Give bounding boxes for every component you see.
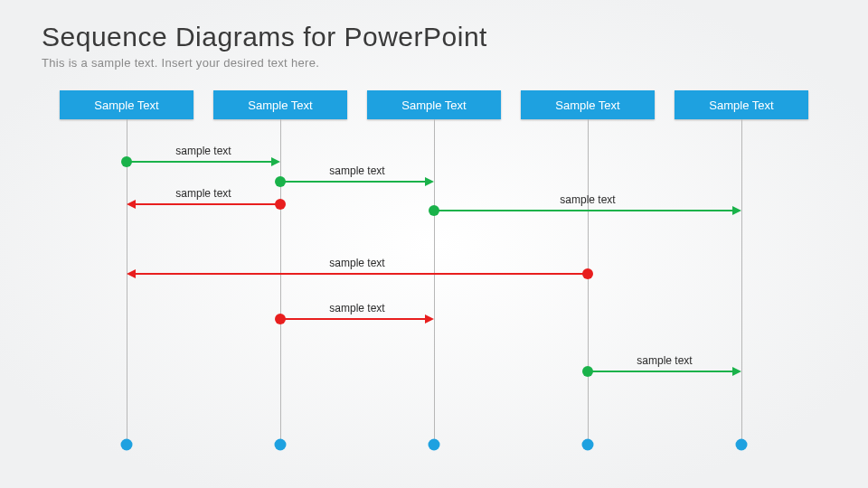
- lifeline-line-2: [434, 119, 435, 445]
- message-arrowhead-5: [425, 314, 434, 324]
- message-label-6: sample text: [637, 354, 692, 369]
- message-origin-dot-3: [429, 205, 439, 216]
- message-label-5: sample text: [329, 302, 384, 316]
- lifeline-terminal-2: [429, 439, 440, 451]
- message-arrow-2: [136, 203, 280, 205]
- message-arrowhead-6: [732, 367, 741, 376]
- lifeline-head-1: Sample Text: [213, 90, 347, 119]
- message-label-0: sample text: [175, 145, 231, 159]
- message-origin-dot-2: [275, 199, 286, 210]
- message-label-4: sample text: [329, 257, 384, 271]
- message-arrowhead-1: [425, 177, 434, 186]
- message-origin-dot-4: [582, 268, 593, 279]
- message-origin-dot-1: [275, 176, 286, 187]
- message-origin-dot-0: [121, 156, 132, 167]
- message-arrowhead-0: [271, 157, 280, 166]
- lifeline-terminal-0: [121, 439, 133, 451]
- lifeline-line-4: [741, 119, 742, 445]
- message-arrow-3: [434, 210, 732, 211]
- message-arrowhead-2: [127, 200, 136, 209]
- message-arrow-1: [280, 181, 425, 183]
- message-label-3: sample text: [560, 193, 615, 208]
- lifeline-terminal-1: [275, 439, 287, 451]
- message-label-2: sample text: [175, 187, 231, 202]
- message-origin-dot-5: [275, 314, 286, 324]
- lifeline-line-3: [588, 119, 589, 445]
- message-label-1: sample text: [329, 164, 384, 179]
- lifeline-terminal-4: [736, 439, 748, 451]
- lifeline-head-2: Sample Text: [367, 90, 501, 119]
- lifeline-line-1: [280, 119, 281, 445]
- lifeline-terminal-3: [582, 439, 594, 451]
- lifeline-head-0: Sample Text: [60, 90, 193, 119]
- lifeline-head-4: Sample Text: [675, 90, 808, 119]
- message-origin-dot-6: [582, 366, 593, 377]
- message-arrowhead-4: [127, 269, 136, 278]
- lifeline-line-0: [127, 119, 127, 445]
- diagram-canvas: Sample TextSample TextSample TextSample …: [0, 0, 868, 488]
- message-arrow-6: [588, 371, 732, 372]
- message-arrow-5: [280, 318, 425, 320]
- lifeline-head-3: Sample Text: [521, 90, 655, 119]
- message-arrowhead-3: [732, 206, 741, 215]
- message-arrow-4: [136, 273, 588, 275]
- message-arrow-0: [127, 161, 271, 163]
